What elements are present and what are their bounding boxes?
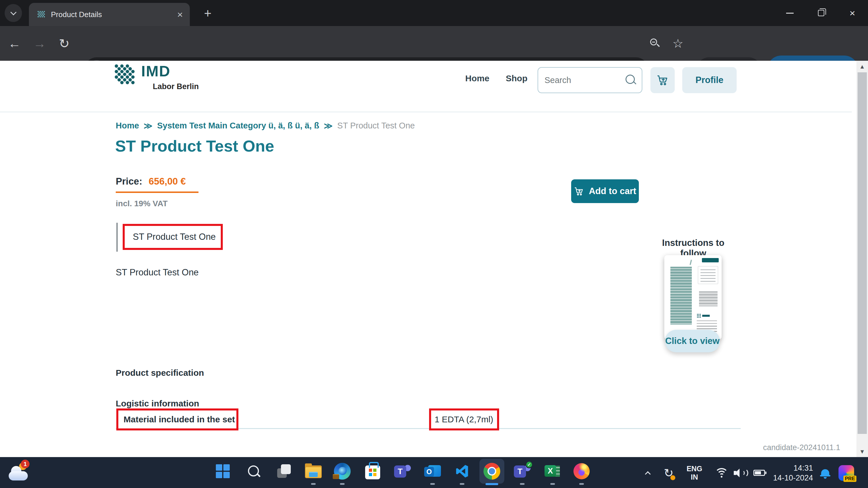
forward-button[interactable]: → — [29, 26, 50, 61]
taskbar-chrome-button[interactable] — [481, 460, 503, 482]
breadcrumb-current: ST Product Test One — [337, 121, 415, 131]
tray-battery-button[interactable] — [750, 457, 769, 488]
add-to-cart-label: Add to cart — [589, 186, 636, 196]
tab-close-icon[interactable]: × — [177, 9, 183, 20]
taskbar-file-explorer-button[interactable] — [302, 460, 324, 482]
screenshot-root: Product Details × + × ← → ↻ imd-webshop-… — [0, 0, 868, 488]
search-input[interactable] — [538, 75, 625, 85]
build-version-text: candidate-20241011.1 — [717, 443, 840, 452]
breadcrumb: Home ≫ System Test Main Category ü, ä, ß… — [116, 121, 415, 131]
outlook-icon: O — [424, 463, 441, 479]
taskbar-teams-button[interactable]: T — [392, 460, 413, 482]
document-text-box — [698, 266, 718, 284]
teams-icon: T — [394, 464, 411, 479]
copilot-preview-badge: PRE — [843, 476, 857, 482]
chevron-down-icon — [10, 9, 16, 15]
nav-home-link[interactable]: Home — [465, 73, 489, 83]
document-mini-logo — [697, 314, 701, 318]
tray-volume-button[interactable] — [732, 457, 749, 488]
price-row: Price: 656,00 € — [116, 176, 186, 187]
annotation-box-spec-value: 1 EDTA (2,7ml) — [429, 409, 499, 430]
browser-tab[interactable]: Product Details × — [29, 3, 190, 26]
search-icon — [625, 75, 637, 86]
annotation-box-spec-label: Material included in the set — [116, 409, 239, 430]
profile-button[interactable]: Profile — [682, 67, 737, 93]
status-available-badge: ✓ — [525, 461, 533, 468]
cloud-icon — [9, 471, 28, 481]
vat-note: incl. 19% VAT — [116, 199, 167, 208]
taskbar-start-button[interactable] — [212, 460, 234, 482]
cart-plus-icon — [574, 186, 584, 196]
spec-value-text: 1 EDTA (2,7ml) — [435, 415, 493, 424]
tray-sync-icon[interactable]: ↻ — [658, 457, 679, 488]
running-indicator — [550, 483, 555, 485]
taskbar-outlook-button[interactable]: O — [422, 460, 443, 482]
scrollbar-up-arrow[interactable]: ▲ — [857, 61, 868, 72]
price-underline — [116, 192, 198, 193]
breadcrumb-home-link[interactable]: Home — [116, 121, 139, 131]
scrollbar-thumb[interactable] — [858, 72, 867, 434]
vscode-icon — [455, 464, 470, 479]
wifi-icon — [715, 468, 728, 478]
search-box[interactable] — [537, 67, 642, 93]
tray-notifications-button[interactable] — [817, 457, 833, 488]
windows-start-icon — [216, 464, 230, 478]
running-indicator — [460, 483, 464, 485]
breadcrumb-category-link[interactable]: System Test Main Category ü, ä, ß ü, ä, … — [157, 121, 319, 131]
minimize-button[interactable] — [774, 0, 806, 26]
tab-search-button[interactable] — [5, 4, 22, 22]
back-button[interactable]: ← — [4, 26, 25, 61]
taskbar-search-button[interactable] — [243, 460, 265, 482]
language-line1: ENG — [687, 464, 702, 473]
zoom-indicator-button[interactable] — [645, 26, 665, 61]
cart-icon — [656, 74, 669, 87]
tray-show-hidden-icons-button[interactable] — [640, 457, 656, 488]
document-gray-box — [697, 289, 720, 309]
browser-toolbar: ← → ↻ imd-webshop-frontend-tst-cand.clou… — [0, 26, 868, 61]
annotation-box-product-name: ST Product Test One — [123, 224, 223, 250]
click-to-view-button[interactable]: Click to view — [665, 330, 720, 352]
task-view-icon — [277, 464, 291, 478]
add-to-cart-button[interactable]: Add to cart — [571, 180, 639, 203]
cart-button[interactable] — [650, 67, 675, 93]
notification-count-badge: 1 — [21, 460, 30, 468]
zoom-out-magnifier-icon — [650, 38, 660, 48]
tray-time: 14:31 — [793, 463, 813, 473]
breadcrumb-separator: ≫ — [144, 121, 153, 131]
tray-wifi-button[interactable] — [713, 457, 730, 488]
product-description: ST Product Test One — [116, 267, 199, 278]
firefox-icon — [574, 463, 590, 479]
product-specification-heading: Product specification — [116, 368, 204, 378]
excel-icon: X — [545, 463, 561, 479]
site-favicon-icon — [37, 10, 45, 19]
taskbar-weather-widget[interactable]: 1 — [7, 460, 35, 485]
description-quote-bar — [116, 223, 118, 252]
search-icon — [247, 465, 260, 478]
restore-button[interactable] — [806, 0, 837, 26]
work-briefcase-icon — [333, 474, 339, 479]
browser-tab-strip: Product Details × + × — [0, 0, 868, 26]
new-tab-button[interactable]: + — [199, 6, 216, 22]
taskbar-vscode-button[interactable] — [451, 460, 473, 482]
breadcrumb-separator: ≫ — [324, 121, 333, 131]
document-mini-logo-text — [702, 315, 710, 317]
tray-clock[interactable]: 14:31 14-10-2024 — [767, 457, 813, 488]
taskbar-store-button[interactable] — [362, 460, 384, 482]
windows-taskbar: 1 T O — [0, 457, 868, 488]
reload-button[interactable]: ↻ — [54, 26, 75, 61]
window-controls: × — [774, 0, 868, 26]
sync-alert-dot — [671, 475, 675, 480]
taskbar-firefox-button[interactable] — [570, 460, 593, 482]
tray-copilot-button[interactable]: PRE — [836, 457, 857, 488]
taskbar-taskview-button[interactable] — [273, 460, 295, 482]
close-button[interactable]: × — [837, 0, 868, 26]
scrollbar-down-arrow[interactable]: ▼ — [857, 446, 868, 457]
bookmark-star-button[interactable]: ☆ — [669, 26, 687, 61]
tray-language-indicator[interactable]: ENG IN — [682, 457, 707, 488]
taskbar-excel-button[interactable]: X — [541, 460, 564, 482]
nav-shop-link[interactable]: Shop — [506, 73, 527, 83]
running-indicator — [579, 483, 584, 485]
taskbar-teams-classic-button[interactable]: T✓ — [511, 460, 533, 482]
instruction-document-thumbnail[interactable] — [664, 255, 722, 339]
taskbar-edge-button[interactable] — [331, 460, 353, 482]
